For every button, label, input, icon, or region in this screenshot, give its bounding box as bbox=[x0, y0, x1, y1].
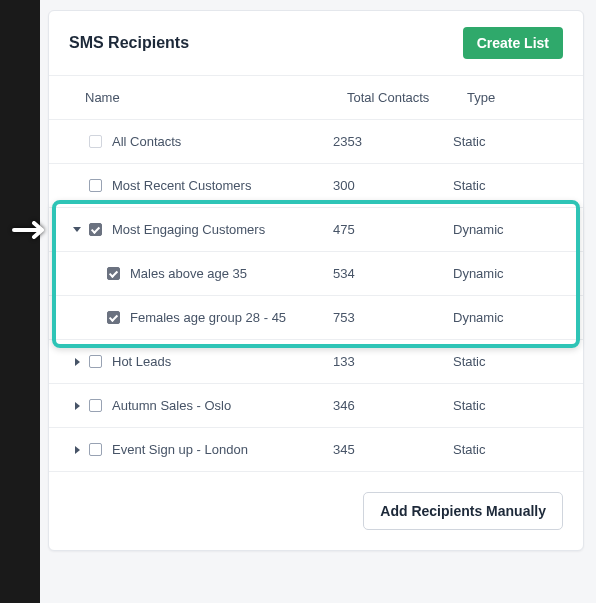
row-contacts: 300 bbox=[333, 178, 453, 193]
row-checkbox[interactable] bbox=[89, 179, 102, 192]
row-checkbox[interactable] bbox=[107, 311, 120, 324]
create-list-button[interactable]: Create List bbox=[463, 27, 563, 59]
row-contacts: 475 bbox=[333, 222, 453, 237]
card-title: SMS Recipients bbox=[69, 34, 189, 52]
row-type: Static bbox=[453, 178, 563, 193]
expand-slot bbox=[69, 402, 85, 410]
row-type: Dynamic bbox=[453, 266, 563, 281]
expand-slot bbox=[69, 227, 85, 232]
chevron-right-icon[interactable] bbox=[75, 446, 80, 454]
row-type: Static bbox=[453, 354, 563, 369]
row-name-label: Most Engaging Customers bbox=[112, 222, 265, 237]
row-contacts: 345 bbox=[333, 442, 453, 457]
col-header-type: Type bbox=[467, 90, 563, 105]
row-name-label: Event Sign up - London bbox=[112, 442, 248, 457]
table-row: Autumn Sales - Oslo346Static bbox=[49, 384, 583, 428]
row-type: Dynamic bbox=[453, 310, 563, 325]
chevron-right-icon[interactable] bbox=[75, 358, 80, 366]
expand-slot bbox=[69, 358, 85, 366]
add-recipients-manually-button[interactable]: Add Recipients Manually bbox=[363, 492, 563, 530]
row-name-label: Most Recent Customers bbox=[112, 178, 251, 193]
chevron-right-icon[interactable] bbox=[75, 402, 80, 410]
card-footer: Add Recipients Manually bbox=[49, 471, 583, 550]
name-cell: Event Sign up - London bbox=[85, 442, 333, 457]
card-header: SMS Recipients Create List bbox=[49, 11, 583, 75]
sidebar-strip bbox=[0, 0, 40, 603]
row-checkbox[interactable] bbox=[89, 443, 102, 456]
row-type: Static bbox=[453, 134, 563, 149]
table-row: Event Sign up - London345Static bbox=[49, 428, 583, 471]
row-name-label: Females age group 28 - 45 bbox=[130, 310, 286, 325]
row-type: Static bbox=[453, 442, 563, 457]
table-row: All Contacts2353Static bbox=[49, 120, 583, 164]
row-checkbox[interactable] bbox=[89, 355, 102, 368]
row-checkbox[interactable] bbox=[89, 135, 102, 148]
row-contacts: 133 bbox=[333, 354, 453, 369]
row-type: Dynamic bbox=[453, 222, 563, 237]
row-checkbox[interactable] bbox=[89, 223, 102, 236]
chevron-down-icon[interactable] bbox=[73, 227, 81, 232]
row-contacts: 534 bbox=[333, 266, 453, 281]
name-cell: Autumn Sales - Oslo bbox=[85, 398, 333, 413]
row-name-label: Autumn Sales - Oslo bbox=[112, 398, 231, 413]
table-header: Name Total Contacts Type bbox=[49, 75, 583, 120]
row-name-label: All Contacts bbox=[112, 134, 181, 149]
row-contacts: 346 bbox=[333, 398, 453, 413]
row-contacts: 2353 bbox=[333, 134, 453, 149]
row-checkbox[interactable] bbox=[107, 267, 120, 280]
name-cell: Hot Leads bbox=[85, 354, 333, 369]
table-row: Most Recent Customers300Static bbox=[49, 164, 583, 208]
row-name-label: Males above age 35 bbox=[130, 266, 247, 281]
row-checkbox[interactable] bbox=[89, 399, 102, 412]
name-cell: All Contacts bbox=[85, 134, 333, 149]
name-cell: Females age group 28 - 45 bbox=[85, 310, 333, 325]
table-body: All Contacts2353StaticMost Recent Custom… bbox=[49, 120, 583, 471]
name-cell: Males above age 35 bbox=[85, 266, 333, 281]
col-header-name: Name bbox=[85, 90, 347, 105]
table-row: Males above age 35534Dynamic bbox=[49, 252, 583, 296]
table-row: Hot Leads133Static bbox=[49, 340, 583, 384]
name-cell: Most Recent Customers bbox=[85, 178, 333, 193]
table-row: Females age group 28 - 45753Dynamic bbox=[49, 296, 583, 340]
row-contacts: 753 bbox=[333, 310, 453, 325]
recipients-card: SMS Recipients Create List Name Total Co… bbox=[48, 10, 584, 551]
col-header-contacts: Total Contacts bbox=[347, 90, 467, 105]
expand-slot bbox=[69, 446, 85, 454]
name-cell: Most Engaging Customers bbox=[85, 222, 333, 237]
row-type: Static bbox=[453, 398, 563, 413]
row-name-label: Hot Leads bbox=[112, 354, 171, 369]
table-row: Most Engaging Customers475Dynamic bbox=[49, 208, 583, 252]
